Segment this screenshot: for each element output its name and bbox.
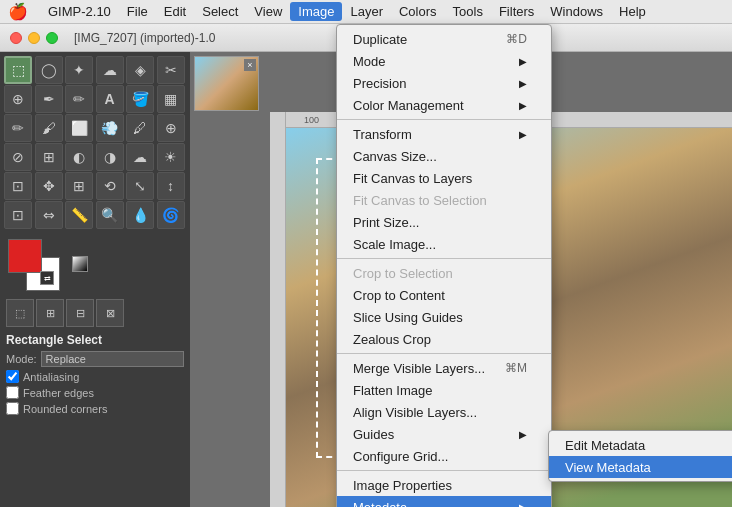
menubar-windows[interactable]: Windows (542, 2, 611, 21)
menu-item-merge-visible-layers[interactable]: Merge Visible Layers... ⌘M (337, 357, 551, 379)
apple-menu[interactable]: 🍎 (8, 2, 28, 21)
menu-item-image-properties[interactable]: Image Properties (337, 474, 551, 496)
menu-item-fit-canvas-to-selection: Fit Canvas to Selection (337, 189, 551, 211)
menu-item-canvas-size[interactable]: Canvas Size... (337, 145, 551, 167)
menubar-layer[interactable]: Layer (342, 2, 391, 21)
menu-item-guides[interactable]: Guides ▶ (337, 423, 551, 445)
tool-select-by-color[interactable]: ◈ (126, 56, 154, 84)
menubar-select[interactable]: Select (194, 2, 246, 21)
tool-scissors[interactable]: ✂ (157, 56, 185, 84)
tool-bucket[interactable]: 🪣 (126, 85, 154, 113)
tool-scale[interactable]: ⤡ (126, 172, 154, 200)
tool-flip[interactable]: ⇔ (35, 201, 63, 229)
tool-paths[interactable]: ✒ (35, 85, 63, 113)
menu-item-configure-grid[interactable]: Configure Grid... (337, 445, 551, 467)
tool-text[interactable]: A (96, 85, 124, 113)
menubar-image[interactable]: Image (290, 2, 342, 21)
menu-item-metadata[interactable]: Metadata ▶ (337, 496, 551, 507)
menubar-help[interactable]: Help (611, 2, 654, 21)
tool-rect-select[interactable]: ⬚ (4, 56, 32, 84)
tool-crop[interactable]: ⊞ (65, 172, 93, 200)
toolbox: ⬚ ◯ ✦ ☁ ◈ ✂ ⊕ ✒ ✏ A 🪣 ▦ ✏ 🖌 ⬜ 💨 🖊 ⊕ ⊘ ⊞ … (0, 52, 190, 507)
feather-checkbox[interactable] (6, 386, 19, 399)
color-area: ⇄ (0, 233, 190, 297)
tool-pencil[interactable]: ✏ (4, 114, 32, 142)
metadata-view-item[interactable]: View Metadata (549, 456, 732, 478)
menubar-file[interactable]: File (119, 2, 156, 21)
tool-sharpen[interactable]: ◑ (96, 143, 124, 171)
metadata-edit-item[interactable]: Edit Metadata (549, 434, 732, 456)
tool-ink[interactable]: 🖊 (126, 114, 154, 142)
tool-foreground-select[interactable]: ⊕ (4, 85, 32, 113)
menu-item-crop-to-content[interactable]: Crop to Content (337, 284, 551, 306)
traffic-lights (10, 32, 58, 44)
rounded-checkbox[interactable] (6, 402, 19, 415)
close-button[interactable] (10, 32, 22, 44)
menubar-filters[interactable]: Filters (491, 2, 542, 21)
tool-paint[interactable]: ✏ (65, 85, 93, 113)
separator-2 (337, 258, 551, 259)
tool-smudge[interactable]: ☁ (126, 143, 154, 171)
separator-1 (337, 119, 551, 120)
rounded-label: Rounded corners (23, 403, 107, 415)
tool-move[interactable]: ✥ (35, 172, 63, 200)
tool-blend[interactable]: ▦ (157, 85, 185, 113)
antialias-checkbox[interactable] (6, 370, 19, 383)
menu-item-transform[interactable]: Transform ▶ (337, 123, 551, 145)
tool-align[interactable]: ⊡ (4, 172, 32, 200)
minimize-button[interactable] (28, 32, 40, 44)
tool-perspective-clone[interactable]: ⊞ (35, 143, 63, 171)
tool-warp[interactable]: 🌀 (157, 201, 185, 229)
maximize-button[interactable] (46, 32, 58, 44)
tool-name: Rectangle Select (6, 333, 184, 347)
menu-item-duplicate[interactable]: Duplicate ⌘D (337, 28, 551, 50)
tool-fuzzy-select[interactable]: ☁ (96, 56, 124, 84)
window-title: [IMG_7207] (imported)-1.0 (74, 31, 215, 45)
menu-item-align-visible-layers[interactable]: Align Visible Layers... (337, 401, 551, 423)
menubar: 🍎 GIMP-2.10 File Edit Select View Image … (0, 0, 732, 24)
menu-item-color-management[interactable]: Color Management ▶ (337, 94, 551, 116)
tool-dodge[interactable]: ☀ (157, 143, 185, 171)
menu-item-zealous-crop[interactable]: Zealous Crop (337, 328, 551, 350)
tool-options: Rectangle Select Mode: Replace Antialias… (0, 329, 190, 422)
menubar-edit[interactable]: Edit (156, 2, 194, 21)
mode-label: Mode: (6, 353, 37, 365)
tool-clone[interactable]: ⊕ (157, 114, 185, 142)
tool-zoom[interactable]: 🔍 (96, 201, 124, 229)
tool-airbrush[interactable]: 💨 (96, 114, 124, 142)
tool-heal[interactable]: ⊘ (4, 143, 32, 171)
menubar-colors[interactable]: Colors (391, 2, 445, 21)
menu-item-fit-canvas-to-layers[interactable]: Fit Canvas to Layers (337, 167, 551, 189)
tool-mode-2[interactable]: ⊞ (36, 299, 64, 327)
menu-item-scale-image[interactable]: Scale Image... (337, 233, 551, 255)
tool-blur[interactable]: ◐ (65, 143, 93, 171)
reset-colors-button[interactable] (72, 256, 88, 272)
menu-item-precision[interactable]: Precision ▶ (337, 72, 551, 94)
image-thumbnail: × (194, 56, 259, 111)
tool-measure[interactable]: 📏 (65, 201, 93, 229)
tool-rotate[interactable]: ⟲ (96, 172, 124, 200)
feather-label: Feather edges (23, 387, 94, 399)
menubar-gimp[interactable]: GIMP-2.10 (40, 2, 119, 21)
thumbnail-close-button[interactable]: × (244, 59, 256, 71)
metadata-submenu-popup: Edit Metadata View Metadata (548, 430, 732, 482)
tool-paintbrush[interactable]: 🖌 (35, 114, 63, 142)
tool-mode-4[interactable]: ⊠ (96, 299, 124, 327)
swap-colors-button[interactable]: ⇄ (40, 271, 54, 285)
tool-ellipse[interactable]: ◯ (35, 56, 63, 84)
menu-item-flatten-image[interactable]: Flatten Image (337, 379, 551, 401)
menu-item-print-size[interactable]: Print Size... (337, 211, 551, 233)
tool-shear[interactable]: ↕ (157, 172, 185, 200)
tool-mode-1[interactable]: ⬚ (6, 299, 34, 327)
tool-free-select[interactable]: ✦ (65, 56, 93, 84)
foreground-color-swatch[interactable] (8, 239, 42, 273)
mode-select[interactable]: Replace (41, 351, 184, 367)
tool-eraser[interactable]: ⬜ (65, 114, 93, 142)
menu-item-mode[interactable]: Mode ▶ (337, 50, 551, 72)
menubar-tools[interactable]: Tools (445, 2, 491, 21)
tool-colorpick[interactable]: 💧 (126, 201, 154, 229)
menu-item-slice-using-guides[interactable]: Slice Using Guides (337, 306, 551, 328)
tool-perspective[interactable]: ⊡ (4, 201, 32, 229)
menubar-view[interactable]: View (246, 2, 290, 21)
tool-mode-3[interactable]: ⊟ (66, 299, 94, 327)
